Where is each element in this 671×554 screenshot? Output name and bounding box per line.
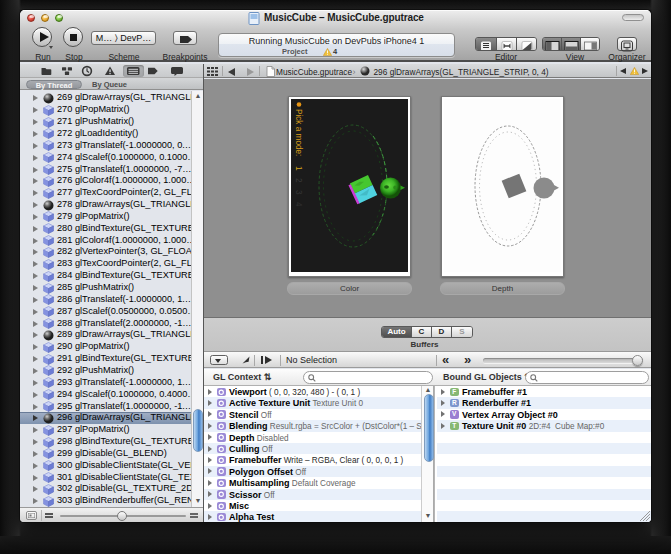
svg-text:4: 4 — [294, 202, 303, 207]
svg-text:3: 3 — [294, 190, 303, 195]
svg-text:1: 1 — [294, 166, 303, 171]
svg-text:Pick a mode:: Pick a mode: — [294, 109, 303, 156]
svg-text:2: 2 — [294, 178, 303, 183]
